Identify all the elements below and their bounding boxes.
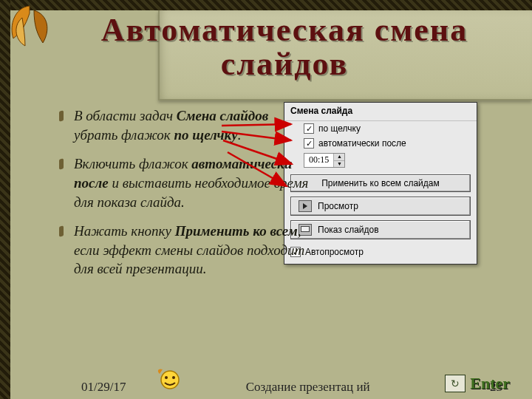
button-label: Показ слайдов <box>318 225 379 235</box>
bullet-item: Включить флажок автоматически после и вы… <box>59 154 310 211</box>
option-auto-after[interactable]: автоматически после <box>284 136 477 151</box>
bullet-item: Нажать кнопку Применить ко всем, если эф… <box>59 222 310 279</box>
return-icon: ↻ <box>445 375 466 392</box>
option-on-click[interactable]: по щелчку <box>284 121 477 136</box>
spinner-up-icon[interactable]: ▲ <box>334 154 344 161</box>
text: и выставить необходимое время для показа… <box>74 175 308 210</box>
svg-point-6 <box>172 376 175 379</box>
checkbox-label: Автопросмотр <box>305 247 364 257</box>
smiley-animation <box>155 366 185 393</box>
svg-point-4 <box>161 371 179 389</box>
text: убрать флажок <box>74 127 174 143</box>
spinner-down-icon[interactable]: ▼ <box>334 161 344 168</box>
text: В области задач <box>74 108 177 123</box>
bullet-item: В области задач Смена слайдов убрать фла… <box>59 106 310 144</box>
checkbox-label: по щелчку <box>318 123 361 134</box>
text-bold: Смена слайдов <box>177 108 269 123</box>
slide-transition-panel: Смена слайда по щелчку автоматически пос… <box>284 102 477 265</box>
bullet-list: В области задач Смена слайдов убрать фла… <box>30 106 310 289</box>
leaf-decoration <box>0 0 59 52</box>
slideshow-button[interactable]: Показ слайдов <box>290 220 471 239</box>
panel-header: Смена слайда <box>284 103 477 121</box>
text-bold: по щелчку <box>174 127 237 143</box>
preview-button[interactable]: Просмотр <box>290 197 471 216</box>
slide-title: Автоматическая смена слайдов <box>52 13 517 81</box>
text: Нажать кнопку <box>74 223 175 239</box>
apply-all-button[interactable]: Применить ко всем слайдам <box>290 174 471 192</box>
option-autopreview[interactable]: Автопросмотр <box>284 242 477 259</box>
time-spinner-row: 00:15 ▲▼ <box>284 151 477 170</box>
footer-date: 01/29/17 <box>81 380 126 395</box>
text: . <box>238 127 242 143</box>
decor-border-top <box>0 0 532 10</box>
checkbox-label: автоматически после <box>318 138 406 149</box>
text-bold: Применить ко всем <box>175 223 298 239</box>
enter-label: Enter <box>470 374 510 393</box>
button-label: Просмотр <box>318 201 358 211</box>
svg-point-5 <box>165 376 168 379</box>
spinner-buttons[interactable]: ▲▼ <box>333 154 344 167</box>
text: Включить флажок <box>74 156 191 171</box>
enter-button[interactable]: ↻ Enter <box>445 374 510 393</box>
decor-border-left <box>0 0 10 399</box>
